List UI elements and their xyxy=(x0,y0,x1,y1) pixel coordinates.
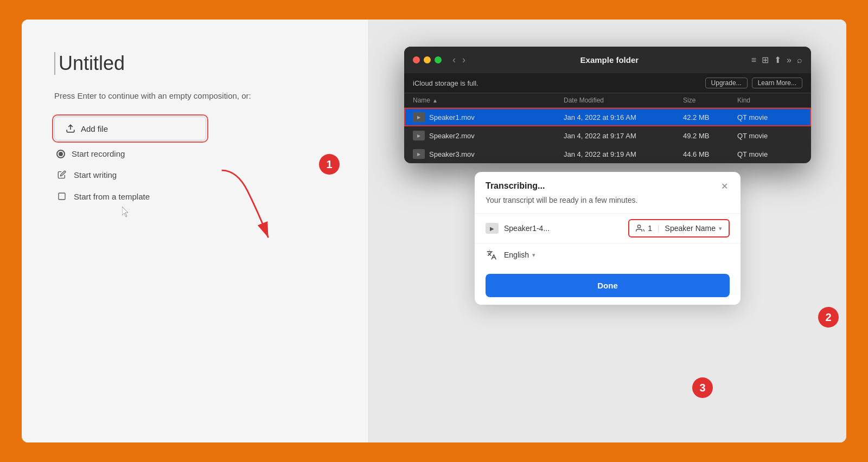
file-date-3: Jan 4, 2022 at 9:19 AM xyxy=(564,150,683,158)
radio-record-icon xyxy=(56,150,65,158)
add-file-button[interactable]: Add file xyxy=(54,117,206,140)
finder-window: ‹ › Example folder ≡ ⊞ ⬆ » ⌕ iCloud stor… xyxy=(404,47,811,163)
file-kind-1: QT movie xyxy=(737,113,802,121)
template-label: Start from a template xyxy=(74,192,150,201)
file-thumb-3: ▶ xyxy=(413,149,425,159)
svg-point-3 xyxy=(638,225,641,228)
language-selector[interactable]: English ▾ xyxy=(504,251,535,259)
modal-header: Transcribing... ✕ xyxy=(475,172,741,196)
speaker-separator: | xyxy=(655,224,662,233)
speaker-count-value: 1 xyxy=(648,224,652,233)
svg-rect-1 xyxy=(59,193,65,200)
add-file-label: Add file xyxy=(81,124,108,133)
language-chevron: ▾ xyxy=(532,252,535,259)
arrow-1 xyxy=(206,158,320,255)
finder-toolbar-right: ≡ ⊞ ⬆ » ⌕ xyxy=(751,55,802,65)
file-thumb-1: ▶ xyxy=(413,112,425,122)
filename-2: Speaker2.mov xyxy=(429,132,475,140)
column-kind-header[interactable]: Kind xyxy=(737,97,802,104)
column-date-header[interactable]: Date Modified xyxy=(564,97,683,104)
speaker-dropdown[interactable]: 1 | Speaker Name ▾ xyxy=(628,219,730,238)
language-row: English ▾ xyxy=(475,243,741,266)
column-name-header[interactable]: Name ▲ xyxy=(413,97,564,104)
file-size-3: 44.6 MB xyxy=(683,150,737,158)
file-name-cell-3: ▶ Speaker3.mov xyxy=(413,149,564,159)
file-name-cell-2: ▶ Speaker2.mov xyxy=(413,131,564,140)
file-row-speaker1[interactable]: ▶ Speaker1.mov Jan 4, 2022 at 9:16 AM 42… xyxy=(404,108,811,126)
translate-icon xyxy=(486,249,497,261)
finder-more-icon[interactable]: » xyxy=(787,55,792,65)
badge-3: 3 xyxy=(692,377,713,398)
traffic-lights xyxy=(413,56,442,63)
modal-file-row: ▶ Speaker1-4... 2 1 | Speaker Name ▾ xyxy=(475,213,741,243)
modal-row-left: ▶ Speaker1-4... xyxy=(486,223,622,234)
cursor xyxy=(122,207,129,216)
main-container: Untitled Press Enter to continue with an… xyxy=(22,20,846,442)
badge-1: 1 xyxy=(319,154,340,175)
close-traffic-light[interactable] xyxy=(413,56,420,63)
icloud-bar: iCloud storage is full. Upgrade... Learn… xyxy=(404,73,811,93)
modal-title: Transcribing... xyxy=(486,181,545,191)
finder-share-icon[interactable]: ⬆ xyxy=(774,55,781,65)
filename-3: Speaker3.mov xyxy=(429,150,475,158)
file-size-1: 42.2 MB xyxy=(683,113,737,121)
file-thumb-2: ▶ xyxy=(413,131,425,140)
finder-back-button[interactable]: ‹ xyxy=(450,53,458,67)
left-panel: Untitled Press Enter to continue with an… xyxy=(22,20,369,442)
modal-file-label: Speaker1-4... xyxy=(504,224,550,233)
finder-search-icon[interactable]: ⌕ xyxy=(797,55,802,65)
minimize-traffic-light[interactable] xyxy=(424,56,431,63)
transcribing-modal: Transcribing... ✕ Your transcript will b… xyxy=(475,172,741,305)
speaker-name-label: Speaker Name xyxy=(665,224,716,233)
file-date-2: Jan 4, 2022 at 9:17 AM xyxy=(564,132,683,140)
finder-column-headers: Name ▲ Date Modified Size Kind xyxy=(404,93,811,108)
maximize-traffic-light[interactable] xyxy=(435,56,442,63)
finder-nav-buttons: ‹ › xyxy=(450,53,468,67)
pencil-icon xyxy=(56,169,67,180)
subtitle-text: Press Enter to continue with an empty co… xyxy=(54,91,336,100)
file-kind-3: QT movie xyxy=(737,150,802,158)
file-kind-2: QT movie xyxy=(737,132,802,140)
file-date-1: Jan 4, 2022 at 9:16 AM xyxy=(564,113,683,121)
modal-subtitle: Your transcript will be ready in a few m… xyxy=(475,196,741,213)
icloud-buttons: Upgrade... Learn More... xyxy=(705,78,802,88)
write-label: Start writing xyxy=(74,170,117,179)
upgrade-button[interactable]: Upgrade... xyxy=(705,78,748,88)
file-row-speaker3[interactable]: ▶ Speaker3.mov Jan 4, 2022 at 9:19 AM 44… xyxy=(404,145,811,163)
document-title: Untitled xyxy=(54,52,336,75)
file-name-cell-1: ▶ Speaker1.mov xyxy=(413,112,564,122)
record-label: Start recording xyxy=(72,149,125,158)
finder-titlebar: ‹ › Example folder ≡ ⊞ ⬆ » ⌕ xyxy=(404,47,811,73)
speaker-icon xyxy=(636,224,644,233)
finder-window-title: Example folder xyxy=(474,55,745,65)
filename-1: Speaker1.mov xyxy=(429,113,475,121)
finder-forward-button[interactable]: › xyxy=(460,53,468,67)
finder-list-view-icon[interactable]: ≡ xyxy=(751,55,756,65)
file-size-2: 49.2 MB xyxy=(683,132,737,140)
template-icon xyxy=(56,191,67,202)
upload-icon xyxy=(66,124,75,133)
language-value: English xyxy=(504,251,529,259)
done-button[interactable]: Done xyxy=(486,274,730,297)
speaker-dropdown-chevron: ▾ xyxy=(719,225,722,232)
finder-view-options-icon[interactable]: ⊞ xyxy=(762,55,769,65)
file-row-speaker2[interactable]: ▶ Speaker2.mov Jan 4, 2022 at 9:17 AM 49… xyxy=(404,126,811,145)
learn-more-button[interactable]: Learn More... xyxy=(752,78,802,88)
icloud-message: iCloud storage is full. xyxy=(413,79,478,87)
modal-close-button[interactable]: ✕ xyxy=(719,181,730,191)
video-file-icon: ▶ xyxy=(486,223,499,234)
right-panel: ‹ › Example folder ≡ ⊞ ⬆ » ⌕ iCloud stor… xyxy=(369,20,846,442)
column-size-header[interactable]: Size xyxy=(683,97,737,104)
